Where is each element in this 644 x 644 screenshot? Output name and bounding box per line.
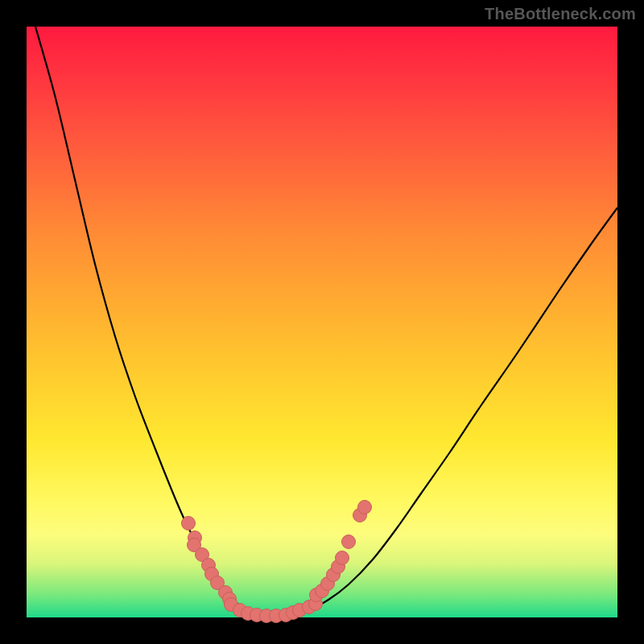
plot-area (27, 27, 617, 617)
watermark-text: TheBottleneck.com (485, 5, 636, 23)
data-dot (358, 501, 372, 514)
chart-frame: TheBottleneck.com (0, 0, 644, 644)
chart-svg (27, 27, 617, 617)
bottleneck-curve (35, 27, 617, 617)
dot-layer (182, 501, 372, 623)
data-dot (342, 535, 356, 549)
data-dot (336, 551, 349, 565)
data-dot (182, 517, 196, 530)
